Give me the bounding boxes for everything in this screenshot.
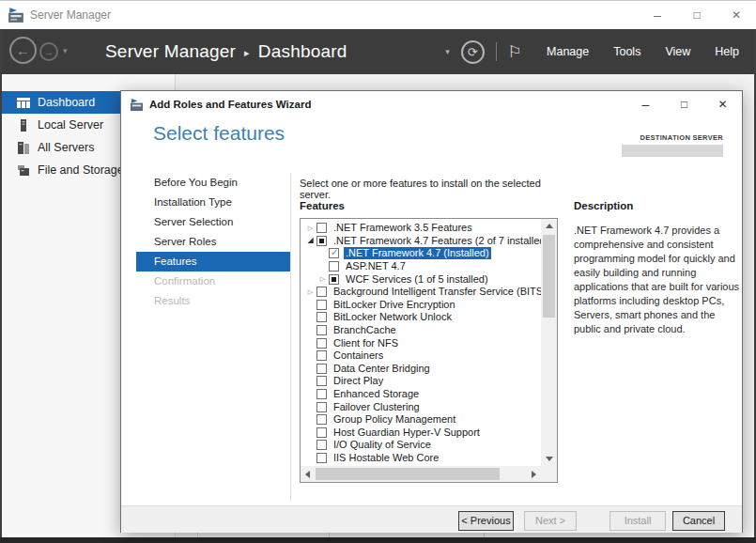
feature-checkbox[interactable] (329, 274, 339, 285)
feature-checkbox[interactable] (316, 414, 327, 425)
expander-icon[interactable] (316, 273, 329, 285)
refresh-icon[interactable] (461, 40, 485, 64)
dialog-titlebar[interactable]: Add Roles and Features Wizard (121, 91, 742, 117)
feature-label[interactable]: .NET Framework 4.7 Features (2 of 7 inst… (332, 235, 541, 247)
destination-server: DESTINATION SERVER (622, 133, 723, 157)
scroll-left-icon[interactable] (305, 471, 310, 478)
feature-label[interactable]: Failover Clustering (332, 401, 422, 413)
back-icon[interactable]: ← (9, 37, 37, 64)
wizard-step[interactable]: Server Roles (136, 232, 290, 252)
feature-label[interactable]: ASP.NET 4.7 (344, 260, 408, 272)
minimize-icon[interactable] (638, 1, 677, 29)
feature-label[interactable]: .NET Framework 4.7 (Installed) (344, 247, 491, 259)
dialog-minimize-icon[interactable] (626, 91, 665, 117)
wizard-step[interactable]: Server Selection (136, 212, 290, 232)
wizard-step[interactable]: Installation Type (136, 193, 290, 212)
feature-label[interactable]: IIS Hostable Web Core (332, 452, 440, 464)
feature-label[interactable]: BranchCache (332, 324, 398, 336)
notifications-flag-icon[interactable] (508, 42, 522, 62)
feature-label[interactable]: BitLocker Drive Encryption (332, 299, 457, 311)
feature-tree-row[interactable]: Background Intelligent Transfer Service … (304, 286, 541, 299)
feature-checkbox[interactable] (329, 248, 339, 258)
feature-label[interactable]: Containers (332, 349, 385, 362)
feature-tree-row[interactable]: .NET Framework 4.7 (Installed) (316, 247, 541, 260)
feature-checkbox[interactable] (316, 402, 327, 412)
maximize-icon[interactable] (677, 1, 717, 29)
feature-label[interactable]: Data Center Bridging (332, 363, 432, 375)
feature-tree-row[interactable]: Direct Play (304, 375, 541, 388)
feature-tree-row[interactable]: .NET Framework 3.5 Features (304, 222, 541, 235)
features-tree-rows: .NET Framework 3.5 Features .NET Framewo… (301, 219, 541, 466)
wizard-step[interactable]: Before You Begin (136, 173, 290, 193)
close-icon[interactable] (717, 1, 756, 29)
previous-button[interactable]: < Previous (458, 511, 514, 531)
feature-tree-row[interactable]: BitLocker Drive Encryption (304, 299, 541, 312)
feature-checkbox[interactable] (316, 236, 327, 246)
feature-label[interactable]: I/O Quality of Service (332, 439, 433, 451)
feature-checkbox[interactable] (316, 312, 327, 322)
feature-checkbox[interactable] (316, 300, 327, 310)
feature-tree-row[interactable]: Client for NFS (304, 336, 541, 349)
feature-checkbox[interactable] (316, 287, 327, 297)
feature-label[interactable]: Group Policy Management (332, 413, 457, 426)
feature-tree-row[interactable]: .NET Framework 4.7 Features (2 of 7 inst… (304, 235, 541, 248)
expander-icon[interactable] (304, 235, 316, 246)
feature-tree-row[interactable]: I/O Quality of Service (304, 439, 541, 452)
feature-tree-row[interactable]: WCF Services (1 of 5 installed) (316, 272, 541, 286)
refresh-caret-icon[interactable]: ▾ (445, 47, 450, 56)
feature-tree-row[interactable]: IIS Hostable Web Core (304, 452, 541, 465)
feature-label[interactable]: .NET Framework 3.5 Features (332, 222, 474, 234)
feature-checkbox[interactable] (316, 453, 327, 463)
horizontal-scrollbar[interactable] (301, 466, 541, 482)
wizard-step[interactable]: Features (136, 252, 290, 272)
feature-tree-row[interactable]: Data Center Bridging (304, 363, 541, 376)
scroll-right-icon[interactable] (532, 471, 536, 478)
feature-checkbox[interactable] (316, 440, 327, 450)
dialog-close-icon[interactable] (703, 91, 742, 117)
feature-checkbox[interactable] (316, 427, 327, 438)
feature-checkbox[interactable] (316, 364, 327, 374)
feature-tree-row[interactable]: Failover Clustering (304, 400, 541, 413)
feature-tree-row[interactable]: BranchCache (304, 324, 541, 337)
feature-label[interactable]: Client for NFS (332, 337, 400, 349)
feature-label[interactable]: Background Intelligent Transfer Service … (332, 286, 541, 298)
menu-view[interactable]: View (665, 45, 690, 58)
header-divider (496, 42, 497, 61)
feature-tree-row[interactable]: BitLocker Network Unlock (304, 311, 541, 324)
horizontal-scrollbar-thumb[interactable] (316, 468, 500, 480)
wizard-step[interactable]: Confirmation (136, 272, 290, 291)
feature-tree-row[interactable]: Group Policy Management (304, 413, 541, 427)
feature-label[interactable]: Enhanced Storage (332, 388, 421, 400)
feature-checkbox[interactable] (316, 223, 327, 233)
feature-label[interactable]: Host Guardian Hyper-V Support (332, 427, 482, 439)
menu-tools[interactable]: Tools (613, 45, 640, 58)
feature-checkbox[interactable] (329, 261, 339, 272)
feature-checkbox[interactable] (316, 338, 327, 349)
vertical-scrollbar-thumb[interactable] (543, 235, 555, 318)
breadcrumb-root[interactable]: Server Manager (105, 41, 236, 62)
feature-label[interactable]: BitLocker Network Unlock (332, 311, 454, 323)
feature-tree-row[interactable]: ASP.NET 4.7 (316, 260, 541, 273)
wizard-step[interactable]: Results (136, 291, 290, 311)
feature-checkbox[interactable] (316, 389, 327, 399)
cancel-button[interactable]: Cancel (672, 511, 725, 531)
menu-help[interactable]: Help (715, 45, 739, 58)
forward-icon[interactable]: → (39, 42, 58, 61)
expander-icon[interactable] (304, 287, 316, 298)
scroll-up-icon[interactable] (546, 224, 553, 228)
feature-label[interactable]: WCF Services (1 of 5 installed) (344, 273, 490, 286)
feature-checkbox[interactable] (316, 350, 327, 361)
dialog-maximize-icon[interactable] (665, 91, 703, 117)
features-tree-listbox: .NET Framework 3.5 Features .NET Framewo… (300, 218, 558, 483)
feature-tree-row[interactable]: Host Guardian Hyper-V Support (304, 427, 541, 440)
menu-manage[interactable]: Manage (547, 45, 589, 58)
feature-tree-row[interactable]: Enhanced Storage (304, 388, 541, 401)
vertical-scrollbar[interactable] (541, 219, 557, 466)
feature-label[interactable]: Direct Play (332, 375, 385, 387)
feature-checkbox[interactable] (316, 376, 327, 386)
scroll-down-icon[interactable] (546, 457, 553, 461)
feature-checkbox[interactable] (316, 325, 327, 335)
expander-icon[interactable] (304, 223, 316, 234)
nav-history-caret-icon[interactable]: ▾ (63, 46, 68, 55)
feature-tree-row[interactable]: Containers (304, 349, 541, 363)
